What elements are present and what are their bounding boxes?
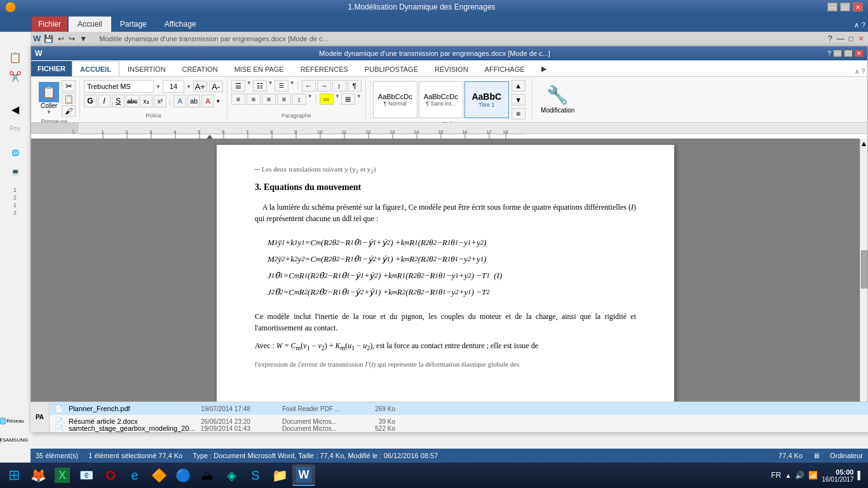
style-down-btn[interactable]: ▼ <box>512 94 526 105</box>
maximize-button[interactable]: □ <box>840 3 850 11</box>
inner-tab-mep[interactable]: MISE EN PAGE <box>226 61 292 76</box>
inner-tab-creation[interactable]: CRÉATION <box>174 61 226 76</box>
taskbar-outlook[interactable]: 📧 <box>75 464 98 486</box>
font-color-dropdown[interactable]: ▼ <box>215 98 220 104</box>
taskbar-lang[interactable]: FR <box>771 471 782 480</box>
taskbar-matlab[interactable]: ⛰ <box>196 464 219 486</box>
multilevel-button[interactable]: ☰ <box>275 80 288 92</box>
format-painter-button[interactable]: 🖌 <box>62 105 76 117</box>
scroll-up-btn[interactable]: ▲ <box>860 139 867 149</box>
inner-min-btn[interactable]: — <box>833 50 842 57</box>
minimize-button[interactable]: — <box>827 3 837 11</box>
sidebar-tree-item-2[interactable]: 💻 <box>4 163 27 180</box>
font-name-dropdown[interactable]: ▼ <box>156 84 161 90</box>
paste-dropdown-arrow[interactable]: ▼ <box>46 109 51 115</box>
font-grow-button[interactable]: A+ <box>193 81 207 92</box>
line-spacing-button[interactable]: ↕ <box>292 93 306 105</box>
outer-undo-btn[interactable]: ↩ <box>57 34 65 44</box>
font-shrink-button[interactable]: A- <box>209 81 223 92</box>
outer-max-btn[interactable]: □ <box>848 34 855 44</box>
taskbar-firefox[interactable]: 🦊 <box>27 464 50 486</box>
border-button[interactable]: ⊞ <box>341 93 355 105</box>
taskbar-clock[interactable]: 05:00 16/01/2017 <box>822 468 853 483</box>
inner-tab-affichage[interactable]: AFFICHAGE <box>477 61 533 76</box>
border-dropdown[interactable]: ▼ <box>356 93 362 105</box>
taskbar-opera[interactable]: O <box>99 464 122 486</box>
sidebar-icon-forward[interactable]: Pre <box>4 119 27 137</box>
italic-button[interactable]: I <box>98 95 111 107</box>
outer-redo-btn[interactable]: ↪ <box>67 34 76 44</box>
font-size-input[interactable] <box>163 80 184 93</box>
font-size-dropdown[interactable]: ▼ <box>186 84 191 90</box>
inner-close-btn[interactable]: ✕ <box>855 50 864 57</box>
line-spacing-dropdown[interactable]: ▼ <box>308 93 313 105</box>
taskbar-ie[interactable]: e <box>123 464 146 486</box>
taskbar-vlc[interactable]: 🔶 <box>147 464 170 486</box>
inner-tab-fichier[interactable]: FICHIER <box>31 61 72 76</box>
font-color-button[interactable]: A <box>201 95 214 107</box>
taskbar-notify-arrow[interactable]: ▲ <box>785 472 792 479</box>
sidebar-icon-copy[interactable]: 📋 <box>4 48 27 66</box>
taskbar-files[interactable]: 📁 <box>268 464 291 486</box>
outer-help-icon[interactable]: ? <box>827 34 834 44</box>
outer-qat-menu[interactable]: ▼ <box>78 34 88 44</box>
underline-button[interactable]: S <box>112 95 125 107</box>
superscript-button[interactable]: x² <box>154 95 166 107</box>
vertical-scrollbar[interactable]: ▲ ▼ <box>860 139 867 419</box>
scrollbar-thumb[interactable] <box>861 250 867 288</box>
style-titre1[interactable]: AaBbC Titre 1 <box>465 81 509 118</box>
font-name-input[interactable] <box>84 80 154 93</box>
taskbar-volume[interactable]: 🔊 <box>795 471 804 480</box>
inner-tab-insertion[interactable]: INSERTION <box>119 61 174 76</box>
bold-button[interactable]: G <box>84 95 97 107</box>
align-left-button[interactable]: ≡ <box>231 93 245 105</box>
inner-help-icon[interactable]: ? <box>827 50 831 57</box>
taskbar-network[interactable]: 📶 <box>808 471 818 480</box>
cut-button[interactable]: ✂ <box>62 80 76 92</box>
sidebar-tree-item-1[interactable]: 🌐 <box>4 144 27 161</box>
style-up-btn[interactable]: ▲ <box>512 80 526 92</box>
multilevel-dropdown[interactable]: ▼ <box>290 80 295 92</box>
align-right-button[interactable]: ≡ <box>262 93 276 105</box>
outdent-button[interactable]: ← <box>302 80 316 92</box>
outer-save-btn[interactable]: 💾 <box>43 34 55 44</box>
ribbon-help-btn[interactable]: ? <box>861 68 865 75</box>
bullets-dropdown[interactable]: ▼ <box>247 80 252 92</box>
inner-max-btn[interactable]: □ <box>844 50 853 57</box>
paste-button[interactable]: 📋 Coller ▼ <box>37 81 60 116</box>
ribbon-expand-btn[interactable]: ∧ <box>855 68 859 75</box>
outer-tab-accueil[interactable]: Accueil <box>69 17 111 32</box>
numbering-dropdown[interactable]: ▼ <box>268 80 273 92</box>
inner-tab-accueil[interactable]: ACCUEIL <box>72 61 119 76</box>
indent-button[interactable]: → <box>317 80 331 92</box>
outer-tab-affichage[interactable]: Affichage <box>156 17 205 32</box>
document-area[interactable]: ─ Les deux translations suivant y (y1 et… <box>31 139 860 431</box>
ribbon-collapse-btn[interactable]: ∧ <box>854 21 859 29</box>
strikethrough-button[interactable]: abc <box>126 95 139 107</box>
style-normal[interactable]: AaBbCcDc ¶ Normal <box>373 81 417 118</box>
sort-button[interactable]: ↕ <box>332 80 346 92</box>
tree-pc-icon[interactable]: 💻 SAMSUNG <box>0 431 23 449</box>
taskbar-word[interactable]: W <box>292 464 315 486</box>
sidebar-icon-move[interactable]: ✂️ <box>4 67 27 85</box>
tree-network-icon[interactable]: 🌐 Réseau <box>0 412 23 430</box>
style-more-btn[interactable]: ⊕ <box>512 108 526 119</box>
outer-close-btn[interactable]: ✕ <box>857 34 865 44</box>
shading-button[interactable]: ▭ <box>320 93 334 105</box>
outer-min-btn[interactable]: — <box>836 34 846 44</box>
numbering-button[interactable]: ☷ <box>253 80 267 92</box>
outer-tab-partage[interactable]: Partage <box>111 17 156 32</box>
justify-button[interactable]: ≡ <box>277 93 291 105</box>
subscript-button[interactable]: x₂ <box>140 95 153 107</box>
help-btn[interactable]: ? <box>862 21 865 29</box>
inner-tab-revision[interactable]: RÉVISION <box>426 61 477 76</box>
bullets-button[interactable]: ☰ <box>231 80 245 92</box>
file-row-1[interactable]: 📄 Planner_French.pdf 19/07/2014 17:48 Fo… <box>50 402 868 415</box>
inner-tab-references[interactable]: RÉFÉRENCES <box>292 61 356 76</box>
taskbar-show-desktop[interactable]: ▌ <box>857 471 863 480</box>
shading-dropdown[interactable]: ▼ <box>335 93 340 105</box>
inner-tab-more[interactable]: ▶ <box>533 61 555 76</box>
taskbar-chrome[interactable]: 🔵 <box>172 464 194 486</box>
taskbar-skype[interactable]: S <box>244 464 267 486</box>
file-row-3[interactable]: 📄 samtech_stage_gearbox_modeling_20... 1… <box>50 422 868 432</box>
